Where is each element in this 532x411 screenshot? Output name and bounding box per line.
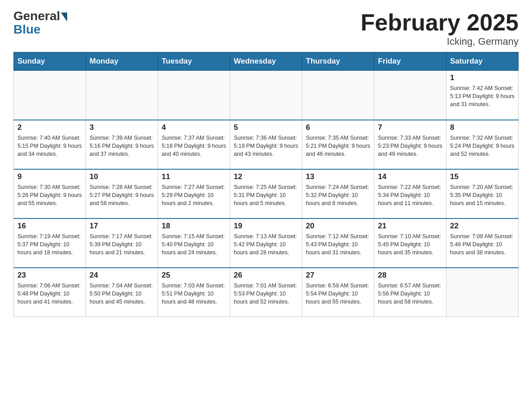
weekday-header-friday: Friday bbox=[374, 52, 446, 71]
day-info: Sunrise: 7:32 AM Sunset: 5:24 PM Dayligh… bbox=[450, 134, 515, 158]
day-number: 17 bbox=[90, 222, 154, 231]
day-info: Sunrise: 7:19 AM Sunset: 5:37 PM Dayligh… bbox=[17, 232, 82, 257]
calendar-cell: 22Sunrise: 7:08 AM Sunset: 5:46 PM Dayli… bbox=[446, 218, 519, 268]
calendar-cell: 27Sunrise: 6:59 AM Sunset: 5:54 PM Dayli… bbox=[302, 268, 374, 317]
calendar-table: SundayMondayTuesdayWednesdayThursdayFrid… bbox=[13, 52, 519, 317]
calendar-week-5: 23Sunrise: 7:06 AM Sunset: 5:48 PM Dayli… bbox=[14, 268, 519, 317]
calendar-cell: 2Sunrise: 7:40 AM Sunset: 5:15 PM Daylig… bbox=[14, 120, 86, 169]
day-number: 11 bbox=[162, 172, 226, 181]
day-number: 16 bbox=[17, 222, 82, 231]
day-info: Sunrise: 7:35 AM Sunset: 5:21 PM Dayligh… bbox=[306, 134, 370, 158]
calendar-cell: 3Sunrise: 7:39 AM Sunset: 5:16 PM Daylig… bbox=[86, 120, 158, 169]
calendar-cell: 25Sunrise: 7:03 AM Sunset: 5:51 PM Dayli… bbox=[158, 268, 230, 317]
calendar-cell: 21Sunrise: 7:10 AM Sunset: 5:45 PM Dayli… bbox=[374, 218, 446, 268]
day-number: 20 bbox=[306, 222, 370, 231]
logo-text-blue: Blue bbox=[13, 22, 41, 37]
day-number: 7 bbox=[378, 123, 442, 132]
day-number: 10 bbox=[90, 172, 154, 181]
calendar-cell: 15Sunrise: 7:20 AM Sunset: 5:35 PM Dayli… bbox=[446, 169, 519, 218]
day-info: Sunrise: 7:39 AM Sunset: 5:16 PM Dayligh… bbox=[90, 134, 154, 158]
calendar-cell: 19Sunrise: 7:13 AM Sunset: 5:42 PM Dayli… bbox=[230, 218, 302, 268]
day-number: 1 bbox=[450, 73, 515, 82]
day-info: Sunrise: 7:13 AM Sunset: 5:42 PM Dayligh… bbox=[234, 232, 298, 257]
day-number: 4 bbox=[162, 123, 226, 132]
day-info: Sunrise: 7:30 AM Sunset: 5:26 PM Dayligh… bbox=[17, 183, 82, 207]
weekday-header-sunday: Sunday bbox=[14, 52, 86, 71]
day-number: 15 bbox=[450, 172, 515, 181]
weekday-header-wednesday: Wednesday bbox=[230, 52, 302, 71]
calendar-cell: 11Sunrise: 7:27 AM Sunset: 5:29 PM Dayli… bbox=[158, 169, 230, 218]
day-info: Sunrise: 6:57 AM Sunset: 5:56 PM Dayligh… bbox=[378, 282, 442, 306]
day-info: Sunrise: 7:25 AM Sunset: 5:31 PM Dayligh… bbox=[234, 183, 298, 207]
day-number: 14 bbox=[378, 172, 442, 181]
day-info: Sunrise: 7:22 AM Sunset: 5:34 PM Dayligh… bbox=[378, 183, 442, 207]
day-info: Sunrise: 7:04 AM Sunset: 5:50 PM Dayligh… bbox=[90, 282, 154, 306]
day-number: 27 bbox=[306, 271, 370, 280]
day-number: 3 bbox=[90, 123, 154, 132]
logo-triangle-icon bbox=[61, 13, 67, 21]
calendar-week-3: 9Sunrise: 7:30 AM Sunset: 5:26 PM Daylig… bbox=[14, 169, 519, 218]
calendar-week-2: 2Sunrise: 7:40 AM Sunset: 5:15 PM Daylig… bbox=[14, 120, 519, 169]
calendar-cell: 14Sunrise: 7:22 AM Sunset: 5:34 PM Dayli… bbox=[374, 169, 446, 218]
calendar-cell bbox=[302, 71, 374, 120]
day-info: Sunrise: 7:06 AM Sunset: 5:48 PM Dayligh… bbox=[17, 282, 82, 306]
day-number: 19 bbox=[234, 222, 298, 231]
day-info: Sunrise: 7:12 AM Sunset: 5:43 PM Dayligh… bbox=[306, 232, 370, 257]
day-info: Sunrise: 7:33 AM Sunset: 5:23 PM Dayligh… bbox=[378, 134, 442, 158]
day-number: 2 bbox=[17, 123, 82, 132]
calendar-cell: 1Sunrise: 7:42 AM Sunset: 5:13 PM Daylig… bbox=[446, 71, 519, 120]
calendar-cell bbox=[446, 268, 519, 317]
calendar-cell: 5Sunrise: 7:36 AM Sunset: 5:19 PM Daylig… bbox=[230, 120, 302, 169]
day-info: Sunrise: 7:17 AM Sunset: 5:39 PM Dayligh… bbox=[90, 232, 154, 257]
calendar-cell: 8Sunrise: 7:32 AM Sunset: 5:24 PM Daylig… bbox=[446, 120, 519, 169]
calendar-cell: 24Sunrise: 7:04 AM Sunset: 5:50 PM Dayli… bbox=[86, 268, 158, 317]
day-info: Sunrise: 7:37 AM Sunset: 5:18 PM Dayligh… bbox=[162, 134, 226, 158]
day-number: 24 bbox=[90, 271, 154, 280]
day-info: Sunrise: 7:40 AM Sunset: 5:15 PM Dayligh… bbox=[17, 134, 82, 158]
calendar-cell: 4Sunrise: 7:37 AM Sunset: 5:18 PM Daylig… bbox=[158, 120, 230, 169]
location: Icking, Germany bbox=[360, 36, 519, 47]
page-header: General Blue February 2025 Icking, Germa… bbox=[13, 9, 519, 47]
calendar-cell bbox=[158, 71, 230, 120]
weekday-header-thursday: Thursday bbox=[302, 52, 374, 71]
weekday-header-saturday: Saturday bbox=[446, 52, 519, 71]
calendar-week-4: 16Sunrise: 7:19 AM Sunset: 5:37 PM Dayli… bbox=[14, 218, 519, 268]
calendar-cell: 23Sunrise: 7:06 AM Sunset: 5:48 PM Dayli… bbox=[14, 268, 86, 317]
day-info: Sunrise: 7:27 AM Sunset: 5:29 PM Dayligh… bbox=[162, 183, 226, 207]
day-info: Sunrise: 7:08 AM Sunset: 5:46 PM Dayligh… bbox=[450, 232, 515, 257]
day-number: 21 bbox=[378, 222, 442, 231]
day-info: Sunrise: 7:15 AM Sunset: 5:40 PM Dayligh… bbox=[162, 232, 226, 257]
calendar-cell bbox=[230, 71, 302, 120]
weekday-header-monday: Monday bbox=[86, 52, 158, 71]
day-number: 28 bbox=[378, 271, 442, 280]
calendar-cell: 18Sunrise: 7:15 AM Sunset: 5:40 PM Dayli… bbox=[158, 218, 230, 268]
calendar-cell: 16Sunrise: 7:19 AM Sunset: 5:37 PM Dayli… bbox=[14, 218, 86, 268]
calendar-cell: 28Sunrise: 6:57 AM Sunset: 5:56 PM Dayli… bbox=[374, 268, 446, 317]
logo: General Blue bbox=[13, 9, 67, 37]
logo-text-general: General bbox=[13, 9, 60, 23]
day-number: 22 bbox=[450, 222, 515, 231]
day-info: Sunrise: 6:59 AM Sunset: 5:54 PM Dayligh… bbox=[306, 282, 370, 306]
day-number: 25 bbox=[162, 271, 226, 280]
calendar-cell: 7Sunrise: 7:33 AM Sunset: 5:23 PM Daylig… bbox=[374, 120, 446, 169]
day-info: Sunrise: 7:42 AM Sunset: 5:13 PM Dayligh… bbox=[450, 84, 515, 108]
calendar-cell bbox=[14, 71, 86, 120]
calendar-cell: 6Sunrise: 7:35 AM Sunset: 5:21 PM Daylig… bbox=[302, 120, 374, 169]
calendar-week-1: 1Sunrise: 7:42 AM Sunset: 5:13 PM Daylig… bbox=[14, 71, 519, 120]
calendar-cell: 13Sunrise: 7:24 AM Sunset: 5:32 PM Dayli… bbox=[302, 169, 374, 218]
title-section: February 2025 Icking, Germany bbox=[360, 9, 519, 47]
day-info: Sunrise: 7:03 AM Sunset: 5:51 PM Dayligh… bbox=[162, 282, 226, 306]
day-info: Sunrise: 7:28 AM Sunset: 5:27 PM Dayligh… bbox=[90, 183, 154, 207]
weekday-header-row: SundayMondayTuesdayWednesdayThursdayFrid… bbox=[14, 52, 519, 71]
day-number: 5 bbox=[234, 123, 298, 132]
day-number: 9 bbox=[17, 172, 82, 181]
calendar-cell: 9Sunrise: 7:30 AM Sunset: 5:26 PM Daylig… bbox=[14, 169, 86, 218]
day-number: 23 bbox=[17, 271, 82, 280]
day-info: Sunrise: 7:24 AM Sunset: 5:32 PM Dayligh… bbox=[306, 183, 370, 207]
day-number: 8 bbox=[450, 123, 515, 132]
calendar-cell: 17Sunrise: 7:17 AM Sunset: 5:39 PM Dayli… bbox=[86, 218, 158, 268]
day-number: 18 bbox=[162, 222, 226, 231]
day-info: Sunrise: 7:01 AM Sunset: 5:53 PM Dayligh… bbox=[234, 282, 298, 306]
day-number: 13 bbox=[306, 172, 370, 181]
calendar-cell bbox=[374, 71, 446, 120]
